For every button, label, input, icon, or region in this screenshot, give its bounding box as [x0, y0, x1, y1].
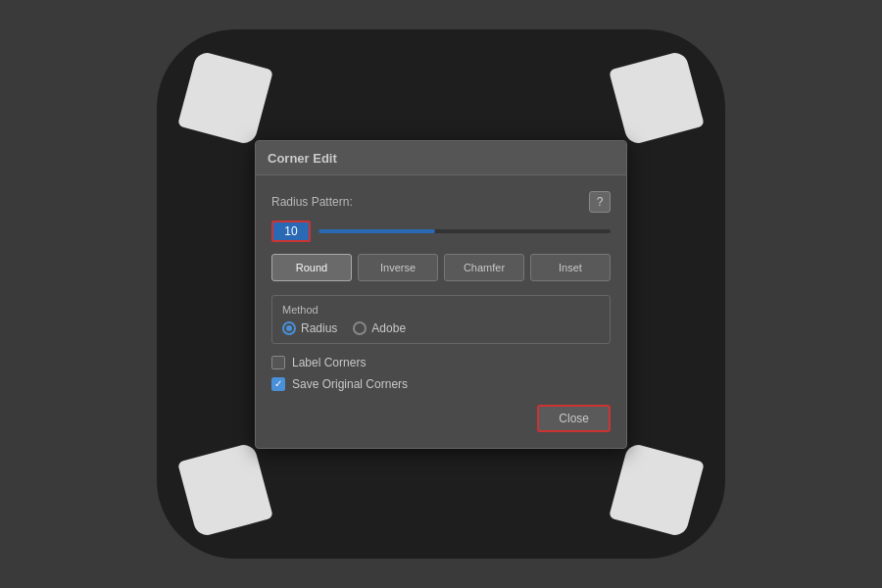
- checkbox-save-original[interactable]: [271, 377, 285, 391]
- radio-item-radius[interactable]: Radius: [282, 321, 337, 335]
- radio-label-radius: Radius: [301, 321, 337, 335]
- app-icon-background: Corner Edit Radius Pattern: ? Round Inve…: [157, 29, 725, 559]
- radio-label-adobe: Adobe: [371, 321, 406, 335]
- radio-circle-adobe: [353, 321, 367, 335]
- dialog-titlebar: Corner Edit: [256, 141, 626, 175]
- corner-btn-chamfer[interactable]: Chamfer: [444, 254, 524, 281]
- corner-edit-dialog: Corner Edit Radius Pattern: ? Round Inve…: [255, 140, 627, 449]
- corner-btn-round[interactable]: Round: [271, 254, 352, 281]
- dialog-footer: Close: [271, 405, 611, 432]
- method-section: Method Radius Adobe: [271, 295, 611, 344]
- radius-pattern-label: Radius Pattern:: [271, 195, 353, 209]
- corner-decoration-br: [609, 442, 705, 538]
- dialog-title: Corner Edit: [268, 151, 337, 166]
- corner-btn-inset[interactable]: Inset: [530, 254, 611, 281]
- slider-fill: [318, 229, 435, 233]
- input-slider-row: [271, 220, 611, 242]
- close-button[interactable]: Close: [537, 405, 611, 432]
- checkbox-label-corners[interactable]: [271, 356, 285, 369]
- radio-row: Radius Adobe: [282, 321, 600, 335]
- slider-track[interactable]: [318, 229, 611, 233]
- radius-value-input[interactable]: [271, 220, 311, 242]
- checkbox-row-save-original: Save Original Corners: [271, 377, 611, 391]
- corner-btn-inverse[interactable]: Inverse: [358, 254, 438, 281]
- corner-decoration-tl: [177, 50, 273, 146]
- corner-type-row: Round Inverse Chamfer Inset: [271, 254, 611, 281]
- radio-circle-radius: [282, 321, 296, 335]
- radio-item-adobe[interactable]: Adobe: [353, 321, 406, 335]
- radius-pattern-row: Radius Pattern: ?: [271, 191, 611, 213]
- corner-decoration-tr: [609, 50, 705, 146]
- corner-decoration-bl: [177, 442, 273, 538]
- help-button[interactable]: ?: [589, 191, 611, 213]
- checkbox-save-original-text: Save Original Corners: [292, 377, 408, 391]
- dialog-body: Radius Pattern: ? Round Inverse Chamfer …: [256, 175, 626, 448]
- method-label: Method: [282, 304, 600, 316]
- checkbox-row-label-corners: Label Corners: [271, 356, 611, 369]
- checkbox-label-corners-text: Label Corners: [292, 356, 366, 369]
